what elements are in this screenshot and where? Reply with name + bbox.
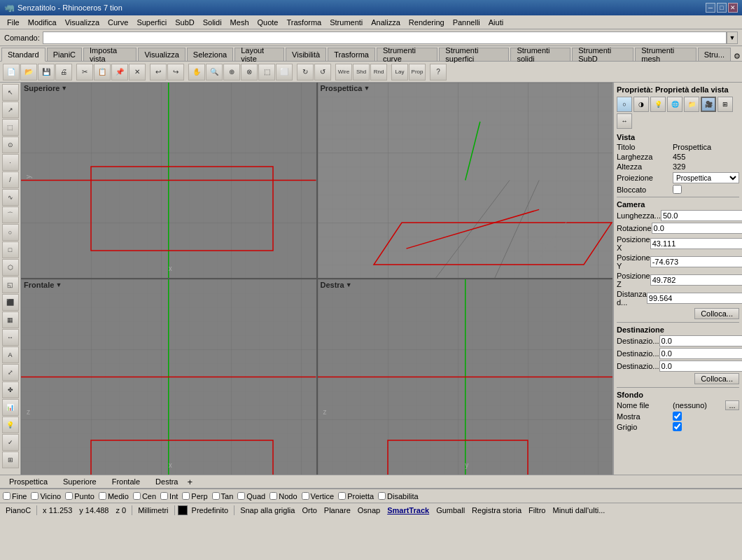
tb-pan-btn[interactable]: ✋ (188, 64, 205, 80)
viewport-destra[interactable]: Destra ▼ y z (318, 279, 613, 475)
viewport-frontale[interactable]: Frontale ▼ x z (21, 279, 316, 475)
lt-text-btn[interactable]: A (2, 346, 19, 363)
tb-cut-btn[interactable]: ✂ (76, 64, 93, 80)
prop-proiezione-select[interactable]: Prospettica Parallela (673, 172, 739, 183)
tb-print-btn[interactable]: 🖨 (55, 64, 72, 80)
bb-gumball[interactable]: Gumball (433, 506, 468, 514)
prop-lunghezza-input[interactable] (661, 210, 742, 221)
bb-minuti[interactable]: Minuti dall'ulti... (550, 506, 608, 514)
snap-medio-check[interactable] (99, 492, 106, 500)
lt-window-btn[interactable]: ⬚ (2, 119, 19, 136)
snap-vertice[interactable]: Vertice (302, 492, 335, 500)
lt-lasso-btn[interactable]: ⊙ (2, 136, 19, 153)
snap-vicino[interactable]: Vicino (31, 492, 61, 500)
tb-delete-btn[interactable]: ✕ (129, 64, 146, 80)
lt-poly-btn[interactable]: ⬡ (2, 259, 19, 276)
tab-strumenti-subd[interactable]: Strumenti SubD (572, 48, 634, 61)
snap-nodo[interactable]: Nodo (270, 492, 297, 500)
tb-copy-btn[interactable]: 📋 (94, 64, 111, 80)
prop-distanza-input[interactable] (647, 293, 742, 304)
menu-solidi[interactable]: Solidi (199, 17, 226, 28)
tb-save-btn[interactable]: 💾 (38, 64, 55, 80)
prop-mostra-checkbox[interactable] (673, 412, 682, 421)
menu-pannelli[interactable]: Pannelli (449, 17, 484, 28)
command-input[interactable] (43, 31, 727, 44)
tab-pianic[interactable]: PianiC (47, 48, 82, 61)
snap-quad-check[interactable] (237, 492, 245, 500)
tb-render-btn[interactable]: Rnd (370, 64, 387, 80)
snap-cen[interactable]: Cen (133, 492, 156, 500)
snap-disabilita[interactable]: Disabilita (378, 492, 419, 500)
tb-zoom3-btn[interactable]: ⊗ (241, 64, 258, 80)
bb-layer-name[interactable]: Predefinito (189, 506, 232, 514)
snap-fine[interactable]: Fine (3, 492, 27, 500)
tab-visualizza[interactable]: Visualizza (138, 48, 185, 61)
tb-zoom-win-btn[interactable]: ⬚ (258, 64, 275, 80)
lt-dim-btn[interactable]: ↔ (2, 329, 19, 346)
menu-curve[interactable]: Curve (104, 17, 132, 28)
snap-fine-check[interactable] (3, 492, 10, 500)
bb-unit[interactable]: Millimetri (135, 506, 171, 514)
btab-destra[interactable]: Destra (149, 476, 184, 487)
menu-superfici[interactable]: Superfici (132, 17, 171, 28)
bb-piano[interactable]: PianoC (3, 506, 34, 514)
tb-layer-btn[interactable]: Lay (391, 64, 408, 80)
tab-standard[interactable]: Standard (1, 48, 46, 62)
snap-int[interactable]: Int (160, 492, 178, 500)
bb-smarttrack[interactable]: SmartTrack (384, 506, 432, 514)
bb-osnap[interactable]: Osnap (355, 506, 383, 514)
tab-stru[interactable]: Stru... (698, 48, 731, 61)
lt-circle-btn[interactable]: ○ (2, 224, 19, 241)
tab-seleziona[interactable]: Seleziona (187, 48, 233, 61)
tab-layout-viste[interactable]: Layout viste (234, 48, 284, 61)
menu-mesh[interactable]: Mesh (226, 17, 253, 28)
snap-vicino-check[interactable] (31, 492, 38, 500)
lt-move-btn[interactable]: ⤢ (2, 364, 19, 381)
snap-proietta-check[interactable] (338, 492, 346, 500)
bb-snap[interactable]: Snap alla griglia (237, 506, 298, 514)
maximize-button[interactable]: □ (717, 3, 727, 13)
viewport-destra-dropdown[interactable]: ▼ (346, 281, 352, 288)
viewport-superiore[interactable]: Superiore ▼ x y (21, 83, 316, 278)
snap-tan[interactable]: Tan (212, 492, 234, 500)
snap-disabilita-check[interactable] (378, 492, 386, 500)
snap-punto[interactable]: Punto (65, 492, 94, 500)
snap-cen-check[interactable] (133, 492, 141, 500)
lt-select2-btn[interactable]: ↗ (2, 102, 19, 118)
tab-strumenti-mesh[interactable]: Strumenti mesh (635, 48, 696, 61)
panel-grid-btn[interactable]: ⊞ (718, 97, 733, 112)
viewport-prospettica-dropdown[interactable]: ▼ (363, 85, 370, 92)
tab-strumenti-superfici[interactable]: Strumenti superfici (439, 48, 509, 61)
btab-prospettica[interactable]: Prospettica (3, 476, 54, 487)
panel-obj-props-btn[interactable]: ○ (617, 97, 632, 112)
menu-file[interactable]: File (3, 17, 24, 28)
tb-zoom-btn[interactable]: 🔍 (206, 64, 223, 80)
lt-surface-btn[interactable]: ◱ (2, 276, 19, 293)
viewport-frontale-dropdown[interactable]: ▼ (55, 281, 62, 288)
tab-strumenti-solidi[interactable]: Strumenti solidi (510, 48, 570, 61)
snap-perp[interactable]: Perp (182, 492, 207, 500)
prop-posz-input[interactable] (650, 274, 742, 286)
bb-registra[interactable]: Registra storia (469, 506, 524, 514)
menu-strumenti[interactable]: Strumenti (326, 17, 367, 28)
lt-line-btn[interactable]: / (2, 172, 19, 188)
lt-mesh-btn[interactable]: ▦ (2, 312, 19, 328)
snap-medio[interactable]: Medio (99, 492, 129, 500)
lt-solid-btn[interactable]: ⬛ (2, 294, 19, 311)
snap-nodo-check[interactable] (270, 492, 277, 500)
lt-snap-btn[interactable]: ⊞ (2, 451, 19, 468)
snap-quad[interactable]: Quad (237, 492, 265, 500)
bb-planare[interactable]: Planare (321, 506, 354, 514)
snap-proietta[interactable]: Proietta (338, 492, 374, 500)
bb-orto[interactable]: Orto (299, 506, 319, 514)
tb-new-btn[interactable]: 📄 (3, 64, 20, 80)
panel-env-btn[interactable]: 🌐 (667, 97, 682, 112)
sfondo-browse-btn[interactable]: ... (725, 400, 739, 410)
menu-modifica[interactable]: Modifica (24, 17, 61, 28)
lt-arc-btn[interactable]: ⌒ (2, 206, 19, 223)
snap-perp-check[interactable] (182, 492, 190, 500)
tb-paste-btn[interactable]: 📌 (111, 64, 128, 80)
tb-help-btn[interactable]: ? (430, 64, 447, 80)
prop-bloccato-checkbox[interactable] (673, 185, 682, 194)
prop-rotazione-input[interactable] (652, 223, 742, 234)
